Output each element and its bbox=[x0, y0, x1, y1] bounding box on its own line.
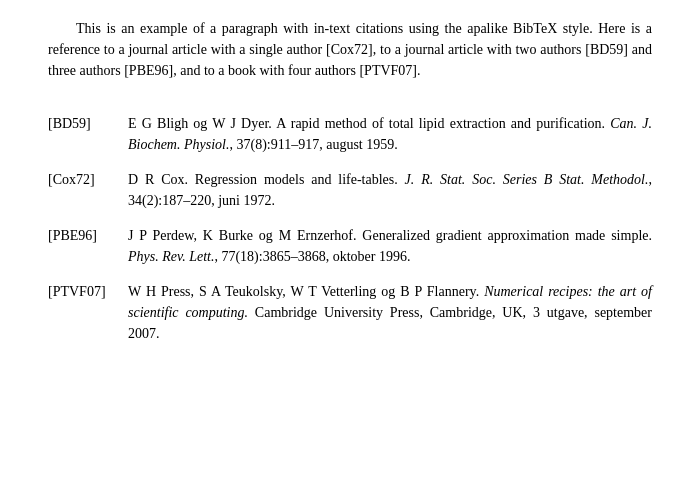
bib-text-pbe96-2: , 77(18):3865–3868, oktober 1996. bbox=[214, 249, 410, 264]
bib-key-ptvf07: [PTVF07] bbox=[48, 281, 128, 344]
bibliography: [BD59] E G Bligh og W J Dyer. A rapid me… bbox=[48, 113, 652, 344]
bib-key-bd59: [BD59] bbox=[48, 113, 128, 155]
bib-text-cox72-1: D R Cox. Regression models and life-tabl… bbox=[128, 172, 405, 187]
intro-paragraph: This is an example of a paragraph with i… bbox=[48, 18, 652, 81]
bib-italic-cox72: J. R. Stat. Soc. Series B Stat. Methodol… bbox=[405, 172, 649, 187]
bib-text-bd59-2: , 37(8):911–917, august 1959. bbox=[229, 137, 397, 152]
bib-text-pbe96-1: J P Perdew, K Burke og M Ernzerhof. Gene… bbox=[128, 228, 652, 243]
bib-key-cox72: [Cox72] bbox=[48, 169, 128, 211]
bib-text-bd59-1: E G Bligh og W J Dyer. A rapid method of… bbox=[128, 116, 610, 131]
bib-content-cox72: D R Cox. Regression models and life-tabl… bbox=[128, 169, 652, 211]
bib-text-ptvf07-1: W H Press, S A Teukolsky, W T Vetterling… bbox=[128, 284, 484, 299]
bib-key-pbe96: [PBE96] bbox=[48, 225, 128, 267]
bib-entry-pbe96: [PBE96] J P Perdew, K Burke og M Ernzerh… bbox=[48, 225, 652, 267]
bib-content-bd59: E G Bligh og W J Dyer. A rapid method of… bbox=[128, 113, 652, 155]
bib-entry-cox72: [Cox72] D R Cox. Regression models and l… bbox=[48, 169, 652, 211]
bib-content-pbe96: J P Perdew, K Burke og M Ernzerhof. Gene… bbox=[128, 225, 652, 267]
bib-content-ptvf07: W H Press, S A Teukolsky, W T Vetterling… bbox=[128, 281, 652, 344]
bib-entry-ptvf07: [PTVF07] W H Press, S A Teukolsky, W T V… bbox=[48, 281, 652, 344]
bib-italic-pbe96: Phys. Rev. Lett. bbox=[128, 249, 214, 264]
bib-entry-bd59: [BD59] E G Bligh og W J Dyer. A rapid me… bbox=[48, 113, 652, 155]
